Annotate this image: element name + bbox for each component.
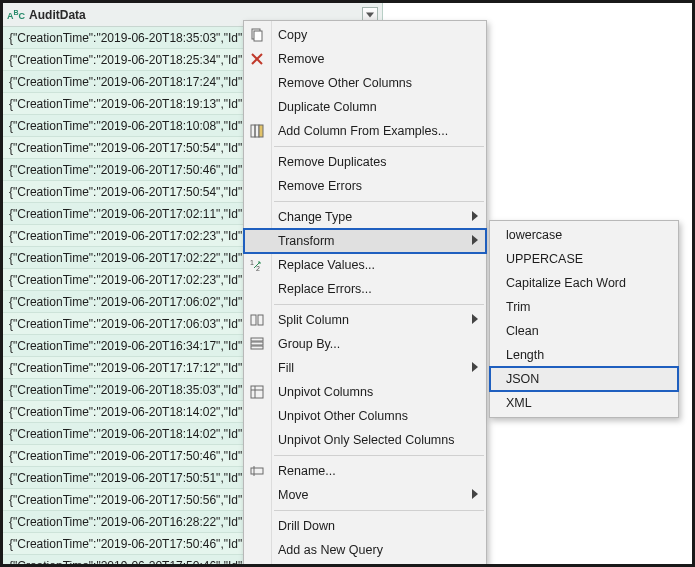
menu-item-copy[interactable]: Copy <box>244 23 486 47</box>
menu-item-replace-values[interactable]: 12 Replace Values... <box>244 253 486 277</box>
context-menu: Copy Remove Remove Other Columns Duplica… <box>243 20 487 565</box>
submenu-item-uppercase[interactable]: UPPERCASE <box>490 247 678 271</box>
svg-rect-3 <box>255 125 259 137</box>
menu-item-unpivot-selected-columns[interactable]: Unpivot Only Selected Columns <box>244 428 486 452</box>
svg-rect-10 <box>251 342 263 345</box>
menu-item-remove-other-columns[interactable]: Remove Other Columns <box>244 71 486 95</box>
svg-rect-9 <box>251 338 263 341</box>
svg-rect-11 <box>251 346 263 349</box>
split-column-icon <box>248 311 266 329</box>
rename-icon <box>248 462 266 480</box>
menu-item-unpivot-columns[interactable]: Unpivot Columns <box>244 380 486 404</box>
svg-rect-4 <box>259 125 263 137</box>
menu-item-drill-down[interactable]: Drill Down <box>244 514 486 538</box>
column-name: AuditData <box>29 8 86 22</box>
menu-item-move[interactable]: Move <box>244 483 486 507</box>
menu-item-change-type[interactable]: Change Type <box>244 205 486 229</box>
menu-item-add-as-new-query[interactable]: Add as New Query <box>244 538 486 562</box>
submenu-item-trim[interactable]: Trim <box>490 295 678 319</box>
svg-rect-8 <box>258 315 263 325</box>
menu-item-group-by[interactable]: Group By... <box>244 332 486 356</box>
transform-submenu: lowercase UPPERCASE Capitalize Each Word… <box>489 220 679 418</box>
submenu-item-capitalize[interactable]: Capitalize Each Word <box>490 271 678 295</box>
copy-icon <box>248 26 266 44</box>
submenu-arrow-icon <box>472 210 478 224</box>
remove-icon <box>248 50 266 68</box>
menu-item-replace-errors[interactable]: Replace Errors... <box>244 277 486 301</box>
menu-item-remove-errors[interactable]: Remove Errors <box>244 174 486 198</box>
menu-item-remove-duplicates[interactable]: Remove Duplicates <box>244 150 486 174</box>
submenu-item-length[interactable]: Length <box>490 343 678 367</box>
svg-rect-13 <box>251 468 263 474</box>
menu-item-unpivot-other-columns[interactable]: Unpivot Other Columns <box>244 404 486 428</box>
unpivot-icon <box>248 383 266 401</box>
svg-rect-1 <box>254 31 262 41</box>
menu-item-add-column-from-examples[interactable]: Add Column From Examples... <box>244 119 486 143</box>
submenu-arrow-icon <box>472 313 478 327</box>
submenu-item-xml[interactable]: XML <box>490 391 678 415</box>
replace-values-icon: 12 <box>248 256 266 274</box>
submenu-item-lowercase[interactable]: lowercase <box>490 223 678 247</box>
submenu-item-clean[interactable]: Clean <box>490 319 678 343</box>
add-column-icon <box>248 122 266 140</box>
menu-item-fill[interactable]: Fill <box>244 356 486 380</box>
menu-item-rename[interactable]: Rename... <box>244 459 486 483</box>
svg-rect-12 <box>251 386 263 398</box>
abc-type-icon: ABC <box>7 9 25 20</box>
submenu-item-json[interactable]: JSON <box>490 367 678 391</box>
menu-item-transform[interactable]: Transform <box>244 229 486 253</box>
menu-item-split-column[interactable]: Split Column <box>244 308 486 332</box>
svg-text:1: 1 <box>250 259 254 266</box>
submenu-arrow-icon <box>472 234 478 248</box>
submenu-arrow-icon <box>472 361 478 375</box>
svg-rect-7 <box>251 315 256 325</box>
svg-rect-2 <box>251 125 255 137</box>
menu-item-remove[interactable]: Remove <box>244 47 486 71</box>
submenu-arrow-icon <box>472 488 478 502</box>
menu-item-duplicate-column[interactable]: Duplicate Column <box>244 95 486 119</box>
group-by-icon <box>248 335 266 353</box>
